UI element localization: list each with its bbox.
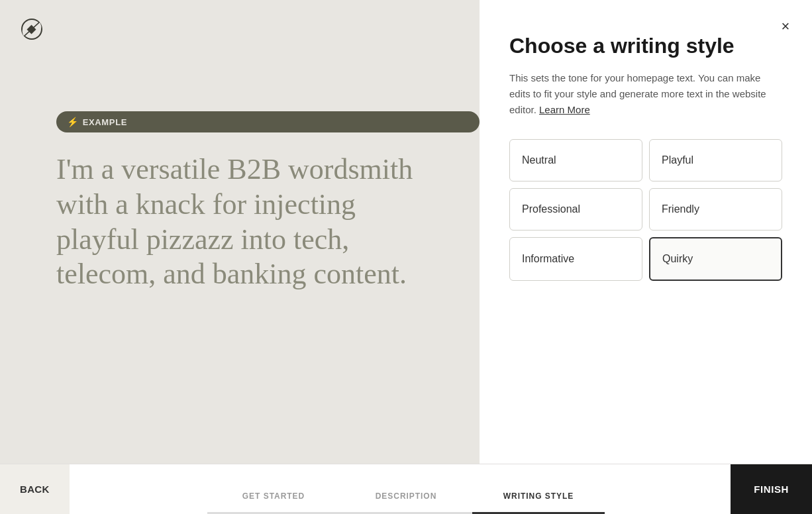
bottom-bar: BACK GET STARTED DESCRIPTION WRITING STY… <box>0 464 812 514</box>
progress-steps: GET STARTED DESCRIPTION WRITING STYLE <box>0 464 812 514</box>
squarespace-logo <box>19 16 45 42</box>
style-option-neutral[interactable]: Neutral <box>509 139 642 181</box>
example-badge: ⚡ EXAMPLE <box>56 111 480 132</box>
bolt-icon: ⚡ <box>67 117 79 127</box>
style-option-playful[interactable]: Playful <box>649 139 782 181</box>
style-option-quirky[interactable]: Quirky <box>649 237 782 281</box>
back-button[interactable]: BACK <box>0 464 70 515</box>
step-writing-style-label: WRITING STYLE <box>503 491 574 501</box>
finish-button[interactable]: FINISH <box>731 464 812 515</box>
style-option-informative[interactable]: Informative <box>509 237 642 281</box>
headline-text: I'm a versatile B2B wordsmith with a kna… <box>56 152 423 292</box>
style-option-friendly[interactable]: Friendly <box>649 188 782 231</box>
close-button[interactable]: × <box>775 16 796 37</box>
logo-area <box>0 0 480 58</box>
step-get-started-label: GET STARTED <box>242 491 305 501</box>
panel-title: Choose a writing style <box>509 33 782 58</box>
step-description-label: DESCRIPTION <box>376 491 437 501</box>
style-grid: Neutral Playful Professional Friendly In… <box>509 139 782 281</box>
panel-description: This sets the tone for your homepage tex… <box>509 70 782 118</box>
example-badge-label: EXAMPLE <box>83 117 127 127</box>
step-get-started: GET STARTED <box>207 464 340 514</box>
style-option-professional[interactable]: Professional <box>509 188 642 231</box>
step-description: DESCRIPTION <box>340 464 472 514</box>
learn-more-link[interactable]: Learn More <box>539 104 590 115</box>
step-writing-style: WRITING STYLE <box>472 464 605 514</box>
right-panel: × Choose a writing style This sets the t… <box>480 0 812 464</box>
left-panel: ⚡ EXAMPLE I'm a versatile B2B wordsmith … <box>0 0 480 464</box>
